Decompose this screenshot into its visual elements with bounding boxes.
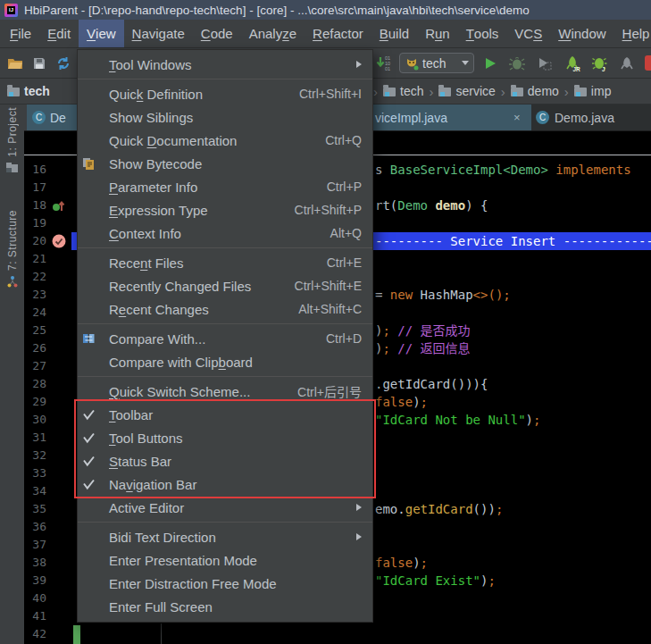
menu-item-compare-with[interactable]: Compare With...Ctrl+D (78, 327, 372, 350)
debug-icon[interactable] (508, 54, 526, 72)
line-number[interactable]: 22 (24, 268, 71, 286)
menubar-item-window[interactable]: Window (550, 20, 613, 47)
line-number[interactable]: 28 (24, 375, 71, 393)
line-number[interactable]: 35 (24, 500, 71, 518)
menu-item-tool-windows[interactable]: Tool Windows (78, 53, 372, 76)
line-number[interactable]: 37 (24, 536, 71, 554)
menubar-item-view[interactable]: View (79, 20, 124, 47)
menu-item-active-editor[interactable]: Active Editor (78, 496, 372, 519)
rocket-disabled-icon[interactable] (617, 54, 635, 72)
code-line-18[interactable]: rt(Demo demo) { (375, 197, 488, 214)
menubar-item-run[interactable]: Run (417, 20, 458, 47)
line-number[interactable]: 23 (24, 286, 71, 304)
menu-item-recent-changes[interactable]: Recent ChangesAlt+Shift+C (78, 297, 372, 321)
window-title: HbiParent - [D:\repo-hand\repo-tech\tech… (24, 4, 530, 17)
menu-item-enter-distraction-free-mode[interactable]: Enter Distraction Free Mode (78, 572, 372, 595)
run-icon[interactable] (481, 54, 499, 72)
menu-item-show-bytecode[interactable]: Show Bytecode (78, 152, 372, 175)
breadcrumb-item-imp[interactable]: imp (574, 84, 612, 98)
line-number[interactable]: 17 (24, 179, 71, 197)
menubar-item-help[interactable]: Help (614, 20, 651, 47)
menu-item-recent-files[interactable]: Recent FilesCtrl+E (78, 251, 372, 274)
menu-item-quick-definition[interactable]: Quick DefinitionCtrl+Shift+I (78, 82, 372, 105)
menubar-item-file[interactable]: File (2, 20, 39, 47)
menubar-item-edit[interactable]: Edit (39, 20, 79, 47)
menu-item-quick-switch-scheme[interactable]: Quick Switch Scheme...Ctrl+后引号 (78, 380, 372, 403)
code-line-16[interactable]: s BaseServiceImpl<Demo> implements (375, 161, 631, 179)
menu-item-tool-buttons[interactable]: Tool Buttons (78, 426, 372, 449)
tool-window-button-1-project[interactable]: 1: Project (0, 107, 24, 177)
save-icon[interactable] (30, 54, 48, 72)
code-line-30[interactable]: "IdCard Not be Null"); (375, 411, 540, 429)
line-number[interactable]: 25 (24, 322, 71, 339)
code-line-23[interactable]: = new HashMap<>(); (375, 286, 511, 304)
menu-shortcut: Ctrl+Shift+P (295, 203, 362, 217)
menu-item-enter-full-screen[interactable]: Enter Full Screen (78, 595, 372, 618)
coverage-icon[interactable] (536, 54, 554, 72)
tab-demo-java[interactable]: C Demo.java (536, 105, 614, 130)
line-number[interactable]: 40 (24, 590, 71, 607)
line-number[interactable]: 27 (24, 357, 71, 375)
code-line-25[interactable]: ); // 是否成功 (375, 322, 471, 339)
line-number[interactable]: 16 (24, 161, 71, 179)
jrebel-run-icon[interactable]: JR (563, 54, 581, 72)
menu-item-parameter-info[interactable]: Parameter InfoCtrl+P (78, 175, 372, 198)
code-line-39[interactable]: "IdCard Exist"); (375, 572, 496, 590)
code-line-38[interactable]: false); (375, 554, 428, 572)
menubar-item-analyze[interactable]: Analyze (241, 20, 305, 47)
line-number[interactable]: 33 (24, 464, 71, 482)
breadcrumb-item-tech[interactable]: tech (383, 84, 423, 98)
line-number[interactable]: 41 (24, 607, 71, 625)
menubar-item-build[interactable]: Build (371, 20, 417, 47)
menu-item-navigation-bar[interactable]: Navigation Bar (78, 473, 372, 496)
line-number[interactable]: 31 (24, 429, 71, 447)
menu-item-enter-presentation-mode[interactable]: Enter Presentation Mode (78, 548, 372, 572)
close-icon[interactable]: × (513, 111, 521, 124)
menubar-item-tools[interactable]: Tools (458, 20, 507, 47)
menubar-item-refactor[interactable]: Refactor (305, 20, 371, 47)
clipped-red-icon[interactable] (645, 55, 651, 71)
tab-label: Demo.java (555, 111, 614, 125)
code-line-35[interactable]: emo.getIdCard()); (375, 500, 503, 518)
breadcrumb-item-demo[interactable]: demo (511, 84, 559, 98)
open-folder-icon[interactable] (6, 54, 24, 72)
line-number[interactable]: 21 (24, 250, 71, 268)
vcs-update-icon[interactable]: 011001 (375, 54, 393, 72)
override-marker-icon[interactable] (52, 198, 66, 213)
menu-item-toolbar[interactable]: Toolbar (78, 403, 372, 426)
code-line-26[interactable]: ); // 返回信息 (375, 339, 471, 357)
menubar-item-vcs[interactable]: VCS (506, 20, 550, 47)
line-number[interactable]: 38 (24, 554, 71, 572)
line-number[interactable]: 32 (24, 447, 71, 464)
line-number[interactable]: 42 (24, 625, 71, 643)
menu-item-recently-changed-files[interactable]: Recently Changed FilesCtrl+Shift+E (78, 274, 372, 297)
check-marker-icon[interactable] (52, 234, 66, 248)
menu-item-bidi-text-direction[interactable]: Bidi Text Direction (78, 525, 372, 548)
line-number[interactable]: 39 (24, 572, 71, 590)
line-number[interactable]: 29 (24, 393, 71, 411)
line-number[interactable]: 34 (24, 482, 71, 500)
line-number[interactable]: 19 (24, 214, 71, 232)
line-number[interactable]: 36 (24, 518, 71, 536)
menubar-item-code[interactable]: Code (193, 20, 241, 47)
code-line-20[interactable]: --------- Service Insert ---------------… (375, 232, 651, 250)
code-line-29[interactable]: false); (375, 393, 428, 411)
code-token: ) (526, 413, 533, 427)
jrebel-debug-icon[interactable]: J (590, 54, 608, 72)
menu-item-expression-type[interactable]: Expression TypeCtrl+Shift+P (78, 198, 372, 222)
menu-item-context-info[interactable]: Context InfoAlt+Q (78, 222, 372, 245)
sync-icon[interactable] (54, 54, 72, 72)
menu-item-status-bar[interactable]: Status Bar (78, 449, 372, 473)
menubar-item-navigate[interactable]: Navigate (124, 20, 193, 47)
line-number[interactable]: 24 (24, 304, 71, 322)
breadcrumb-item-service[interactable]: service (438, 84, 495, 98)
menu-item-show-siblings[interactable]: Show Siblings (78, 105, 372, 129)
code-line-28[interactable]: .getIdCard())){ (375, 375, 488, 393)
menu-item-compare-with-clipboard[interactable]: Compare with Clipboard (78, 350, 372, 373)
tool-window-button-7-structure[interactable]: 7: Structure (0, 210, 24, 292)
run-configuration-select[interactable]: tech (399, 53, 474, 73)
menu-item-quick-documentation[interactable]: Quick DocumentationCtrl+Q (78, 129, 372, 152)
line-number[interactable]: 26 (24, 339, 71, 357)
breadcrumb-item-tech[interactable]: tech (7, 84, 50, 98)
line-number[interactable]: 30 (24, 411, 71, 429)
